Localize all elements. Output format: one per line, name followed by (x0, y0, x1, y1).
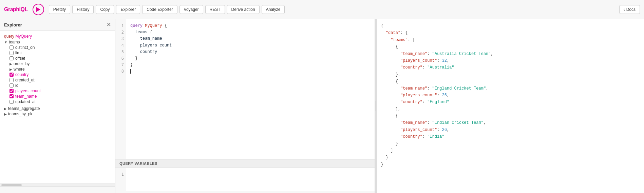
explorer-button[interactable]: Explorer (116, 5, 140, 14)
explorer-header: Explorer ✕ (0, 19, 115, 31)
where-label: where (14, 67, 25, 72)
line-num-4: 4 (117, 42, 124, 49)
query-variables-body[interactable]: 1 (115, 168, 375, 191)
teams-aggregate-label: teams_aggregate (8, 106, 40, 111)
result-pane[interactable]: { "data": { "teams": [ { "team_name": "A… (377, 19, 644, 193)
offset-checkbox[interactable] (10, 56, 14, 60)
query-header-line: query MyQuery (0, 33, 115, 39)
team-name-checkbox[interactable] (10, 94, 14, 98)
tree-item-teams[interactable]: ▼ teams (0, 39, 115, 45)
tree-item-updated-at[interactable]: updated_at (0, 99, 115, 104)
code-editor[interactable]: query MyQuery { teams { team_name player… (126, 19, 375, 159)
svg-marker-0 (36, 7, 40, 12)
play-icon (36, 7, 41, 12)
qv-line-numbers: 1 (115, 168, 126, 191)
derive-action-button[interactable]: Derive action (227, 5, 260, 14)
arrow-right-icon-agg: ▶ (4, 107, 7, 111)
line-num-5: 5 (117, 49, 124, 55)
history-button[interactable]: History (72, 5, 94, 14)
qv-editor[interactable] (126, 168, 375, 191)
code-exporter-button[interactable]: Code Exporter (142, 5, 177, 14)
arrow-right-icon-where: ▶ (10, 67, 12, 71)
team-name-label: team_name (15, 94, 37, 99)
created-at-checkbox[interactable] (10, 78, 14, 82)
rest-button[interactable]: REST (205, 5, 225, 14)
toolbar: GraphiQL Prettify History Copy Explorer … (0, 0, 644, 19)
tree-item-offset[interactable]: offset (0, 56, 115, 61)
created-at-label: created_at (15, 78, 35, 82)
query-variables-section: QUERY VARIABLES 1 (115, 159, 375, 193)
analyze-button[interactable]: Analyze (262, 5, 285, 14)
line-num-3: 3 (117, 36, 124, 42)
run-query-button[interactable] (33, 4, 44, 15)
resize-handle[interactable] (375, 19, 377, 193)
order-by-label: order_by (14, 61, 30, 66)
tree-item-team-name[interactable]: team_name (0, 94, 115, 99)
editor-main: 1 2 3 4 5 6 7 8 query MyQuery { teams { … (115, 19, 375, 159)
qv-line-num-1: 1 (117, 171, 124, 178)
distinct-on-checkbox[interactable] (10, 45, 14, 50)
arrow-right-icon: ▶ (10, 62, 12, 66)
id-checkbox[interactable] (10, 83, 14, 88)
offset-label: offset (15, 56, 25, 61)
explorer-footer: ... (0, 186, 115, 193)
arrow-right-icon-pk: ▶ (4, 112, 7, 116)
explorer-title: Explorer (4, 22, 22, 27)
updated-at-checkbox[interactable] (10, 100, 14, 104)
tree-item-where[interactable]: ▶ where (0, 66, 115, 72)
explorer-close-button[interactable]: ✕ (107, 22, 111, 27)
tree-item-created-at[interactable]: created_at (0, 77, 115, 83)
query-name: MyQuery (15, 34, 32, 39)
players-count-checkbox[interactable] (10, 89, 14, 93)
tree-item-teams-by-pk[interactable]: ▶ teams_by_pk (0, 111, 115, 117)
footer-dots: ... (3, 188, 6, 192)
line-num-7: 7 (117, 62, 124, 68)
tree-item-limit[interactable]: limit (0, 50, 115, 56)
teams-by-pk-label: teams_by_pk (8, 112, 32, 116)
explorer-body[interactable]: query MyQuery ▼ teams distinct_on limit (0, 31, 115, 184)
scroll-thumb (1, 184, 22, 186)
copy-button[interactable]: Copy (96, 5, 114, 14)
graphiql-logo: GraphiQL (4, 6, 28, 13)
country-label: country (15, 72, 29, 77)
line-num-8: 8 (117, 68, 124, 75)
limit-checkbox[interactable] (10, 51, 14, 55)
docs-button[interactable]: ‹ Docs (619, 5, 640, 14)
players-count-label: players_count (15, 89, 41, 93)
editor-pane: 1 2 3 4 5 6 7 8 query MyQuery { teams { … (115, 19, 375, 193)
tree-item-order-by[interactable]: ▶ order_by (0, 61, 115, 66)
query-variables-header: QUERY VARIABLES (115, 159, 375, 168)
tree-item-players-count[interactable]: players_count (0, 88, 115, 94)
chevron-left-icon: ‹ (624, 7, 625, 12)
tree-item-distinct-on[interactable]: distinct_on (0, 45, 115, 50)
tree-item-id[interactable]: id (0, 83, 115, 88)
teams-label: teams (9, 40, 20, 44)
main-layout: Explorer ✕ query MyQuery ▼ teams distinc… (0, 19, 644, 193)
distinct-on-label: distinct_on (15, 45, 35, 50)
tree-item-country[interactable]: country (0, 72, 115, 77)
query-keyword: query (4, 34, 14, 39)
line-num-2: 2 (117, 29, 124, 36)
prettify-button[interactable]: Prettify (49, 5, 70, 14)
id-label: id (15, 83, 18, 88)
line-numbers: 1 2 3 4 5 6 7 8 (115, 19, 126, 159)
arrow-down-icon: ▼ (4, 40, 7, 44)
updated-at-label: updated_at (15, 99, 36, 104)
explorer-bottom-scroll[interactable] (0, 184, 115, 186)
explorer-panel: Explorer ✕ query MyQuery ▼ teams distinc… (0, 19, 115, 193)
voyager-button[interactable]: Voyager (179, 5, 203, 14)
line-num-1: 1 (117, 23, 124, 29)
tree-item-teams-aggregate[interactable]: ▶ teams_aggregate (0, 106, 115, 111)
country-checkbox[interactable] (10, 73, 14, 77)
limit-label: limit (15, 51, 22, 55)
line-num-6: 6 (117, 55, 124, 62)
docs-label: Docs (626, 7, 636, 12)
